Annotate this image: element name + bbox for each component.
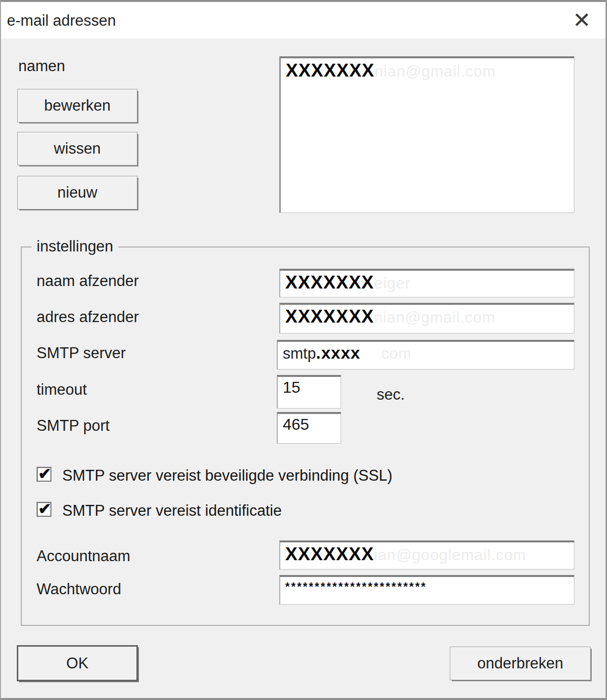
email-addresses-dialog: e-mail adressen ✕ namen bewerken wissen … — [0, 0, 607, 700]
sender-name-label: naam afzender — [37, 272, 139, 290]
edit-button[interactable]: bewerken — [17, 89, 137, 123]
account-name-value: XXXXXXX — [285, 544, 374, 564]
settings-legend: instellingen — [32, 238, 118, 255]
sender-name-value: XXXXXXX — [285, 272, 374, 292]
ssl-checkbox-label: SMTP server vereist beveiligde verbindin… — [62, 467, 392, 485]
list-item-redacted: XXXXXXX — [286, 60, 375, 81]
ok-button-label: OK — [66, 655, 88, 672]
edit-button-label: bewerken — [44, 97, 110, 115]
checkmark-icon: ✔ — [38, 499, 51, 518]
delete-button[interactable]: wissen — [17, 132, 137, 165]
account-name-field[interactable]: XXXXXXXian@googlemail.com — [279, 540, 574, 570]
title-bar: e-mail adressen ✕ — [1, 2, 606, 39]
delete-button-label: wissen — [54, 140, 101, 158]
list-item-ghost: nian@gmail.com — [375, 63, 496, 80]
identification-checkbox[interactable]: ✔ — [37, 502, 51, 517]
password-field[interactable]: ************************ — [279, 575, 574, 605]
settings-group: instellingen naam afzender XXXXXXXeiger … — [21, 247, 590, 626]
sender-name-ghost: eiger — [374, 275, 411, 292]
ok-button[interactable]: OK — [17, 645, 138, 681]
names-listbox[interactable]: XXXXXXXnian@gmail.com — [279, 56, 574, 213]
cancel-button-label: onderbreken — [477, 655, 563, 672]
sender-address-field[interactable]: XXXXXXXnian@gmail.com — [279, 303, 574, 333]
sender-address-label: adres afzender — [37, 308, 139, 326]
account-name-ghost: ian@googlemail.com — [374, 546, 526, 564]
timeout-field[interactable]: 15 — [277, 375, 341, 409]
cancel-button[interactable]: onderbreken — [450, 647, 591, 680]
sender-address-value: XXXXXXX — [285, 306, 374, 327]
identification-checkbox-label: SMTP server vereist identificatie — [62, 502, 282, 520]
checkmark-icon: ✔ — [38, 464, 51, 483]
new-button[interactable]: nieuw — [17, 176, 137, 209]
sender-name-field[interactable]: XXXXXXXeiger — [279, 269, 574, 297]
smtp-server-label: SMTP server — [37, 344, 126, 362]
timeout-unit: sec. — [377, 386, 405, 404]
account-name-label: Accountnaam — [37, 547, 130, 565]
smtp-server-ghost: com — [381, 345, 412, 362]
smtp-port-label: SMTP port — [37, 417, 110, 435]
ssl-checkbox[interactable]: ✔ — [37, 467, 51, 482]
names-label: namen — [18, 57, 65, 75]
new-button-label: nieuw — [57, 184, 97, 202]
sender-address-ghost: nian@gmail.com — [374, 309, 495, 326]
smtp-port-field[interactable]: 465 — [277, 412, 341, 444]
password-label: Wachtwoord — [37, 580, 121, 598]
password-value: ************************ — [285, 580, 427, 593]
timeout-label: timeout — [37, 381, 87, 399]
smtp-port-value: 465 — [283, 415, 309, 433]
smtp-server-value: .xxxx — [316, 343, 360, 362]
timeout-value: 15 — [283, 378, 301, 396]
close-icon[interactable]: ✕ — [569, 7, 595, 33]
smtp-server-prefix: smtp — [283, 345, 316, 362]
smtp-server-field[interactable]: smtp.xxxxcom — [277, 340, 574, 370]
dialog-title: e-mail adressen — [7, 12, 116, 30]
